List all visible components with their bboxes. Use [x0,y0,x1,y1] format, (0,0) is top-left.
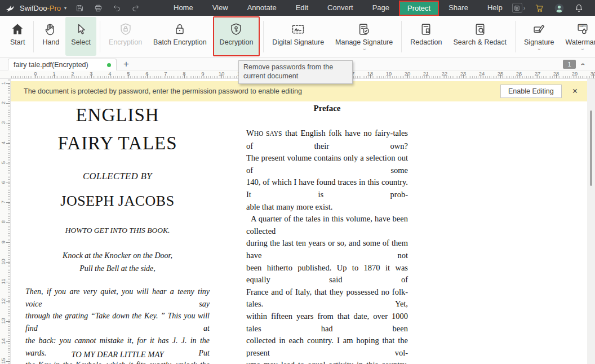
toolbar-digital-signature-button[interactable]: Digital Signature [267,16,330,57]
enable-editing-button[interactable]: Enable Editing [500,85,562,98]
toolbar-label: Start [10,38,25,46]
doc-text-line: Then, if you are very quiet, you will he… [25,286,210,310]
ruler-tick [6,83,10,84]
doc-verse-line: Knock at the Knocker on the Door, [25,249,210,262]
ruler-tick [6,222,10,223]
account-icon[interactable] [554,3,565,14]
undo-icon[interactable] [112,3,122,13]
doc-preface-body: WHO SAYS that English folk have no fairy… [246,127,408,364]
padlock-icon [172,20,187,38]
ruler-number: 27 [535,70,541,77]
doc-text-line: during the last ten years or so, and som… [246,237,408,261]
menu-home[interactable]: Home [164,0,203,16]
ruler-number: 2 [0,99,6,108]
doc-preface-heading: Preface [246,104,408,113]
toolbar-batch-encryption-button[interactable]: Batch Encryption [148,16,212,57]
small-caps-lead: HO SAYS [254,130,282,137]
menu-annotate[interactable]: Annotate [238,0,286,16]
toolbar-divider [100,21,100,52]
toolbar-manage-signature-button[interactable]: Manage Signature› [330,16,398,57]
ruler-number: 18 [367,70,374,77]
ruler-number: 22 [442,70,448,77]
menu-help[interactable]: Help [478,0,512,16]
ruler-number: 0 [34,70,37,77]
toolbar-label: Batch Encryption [153,38,207,46]
app-menu-caret-icon[interactable]: ▾ [64,6,66,11]
toolbar-label: Signature [524,38,554,46]
ruler-number: 9 [201,70,204,77]
toolbar-signature-button[interactable]: Signature› [518,16,560,57]
save-icon[interactable] [75,3,85,13]
ruler-number: 30 [590,70,595,77]
doc-text-line: able that many more exist. [246,201,408,214]
toolbar-label: Search & Redact [454,38,507,46]
ruler-number: 6 [0,178,6,187]
menu-convert[interactable]: Convert [318,0,363,16]
toolbar-divider [33,21,34,52]
scrollbar-thumb[interactable] [590,110,592,186]
app-logo-icon [5,3,16,14]
doc-text-line: ume may lead to equal activity in this c… [246,359,408,364]
toolbar-hand-button[interactable]: Hand [37,16,65,57]
toolbar-divider [263,21,264,52]
toolbar-search-redact-button[interactable]: Search & Redact [448,16,513,57]
ruler-tick [6,183,10,183]
print-icon[interactable] [94,3,103,13]
ruler-number: 4 [108,70,111,77]
tab-status-dot [107,63,111,67]
shield-key-icon [229,20,243,38]
ruler-number: 3 [90,70,92,77]
doc-text-line: France and of Italy, that they possessed… [246,286,408,310]
ruler-number: 25 [498,70,504,77]
doc-text-line: collected in each country. I am hoping t… [246,335,408,359]
toolbar-label: Hand [42,38,59,46]
menu-edit[interactable]: Edit [286,0,318,16]
doc-dedication: TO MY DEAR LITTLE MAY [25,350,210,359]
toolbar-watermark-button[interactable]: MARKWatermark› [560,16,595,57]
notice-close-icon[interactable]: × [572,87,578,96]
redo-icon[interactable] [131,3,140,13]
decryption-tooltip: Remove passwords from the current docume… [238,60,353,84]
toolbar-select-button[interactable]: Select [65,17,96,56]
chevron-down-icon: › [362,48,367,50]
ruler-tick [6,123,10,123]
ruler-number: 28 [553,70,560,77]
toolbar-encryption-button: Encryption [103,16,148,57]
menu-share[interactable]: Share [439,0,478,16]
toolbar-label: Watermark [566,38,595,46]
tab-label: fairy tale.pdf(Encrypted) [14,61,88,69]
bell-icon[interactable] [574,3,584,14]
new-tab-button[interactable]: + [123,59,129,70]
doc-text-line: WHO SAYS that English folk have no fairy… [246,127,408,152]
vertical-scrollbar[interactable] [587,79,595,364]
ruler-number: 5 [127,70,130,77]
toolbar-label: Select [71,38,91,46]
ruler-tick [6,301,10,302]
app-name: SwifDoo-Pro [20,4,61,12]
ruler-number: 20 [405,70,411,77]
menu-protect[interactable]: Protect [399,1,439,16]
ruler-tick [6,103,10,104]
search-redact-icon [473,20,487,38]
menu-page[interactable]: Page [363,0,399,16]
titlebar: SwifDoo-Pro ▾ HomeViewAnnotateEditConver… [0,0,595,16]
cart-icon[interactable] [534,3,545,14]
ruler-number: 11 [0,277,6,286]
chevron-right-icon[interactable]: › [523,5,526,11]
ruler-tick [6,321,10,322]
tab-fairy-tale[interactable]: fairy tale.pdf(Encrypted) [8,59,117,70]
doc-verse-line: Pull the Bell at the side, [25,262,210,275]
toolbar: StartHandSelectEncryptionBatch Encryptio… [0,16,595,58]
manage-signature-icon [357,20,371,38]
panel-toggle-icon[interactable] [512,3,522,13]
menu-view[interactable]: View [203,0,238,16]
doc-verse: Knock at the Knocker on the Door,Pull th… [25,249,210,275]
collapse-toolbar-icon[interactable]: › [579,63,587,65]
toolbar-decryption-button[interactable]: Decryption [213,16,260,56]
chevron-down-icon: › [580,48,585,50]
doc-text-line: the Key in the Keyhole, which it fits ex… [25,359,210,364]
ruler-number: 9 [0,237,6,246]
ruler-number: 8 [0,217,6,227]
toolbar-start-button[interactable]: Start [5,16,30,57]
toolbar-redaction-button[interactable]: Redaction [405,16,447,57]
